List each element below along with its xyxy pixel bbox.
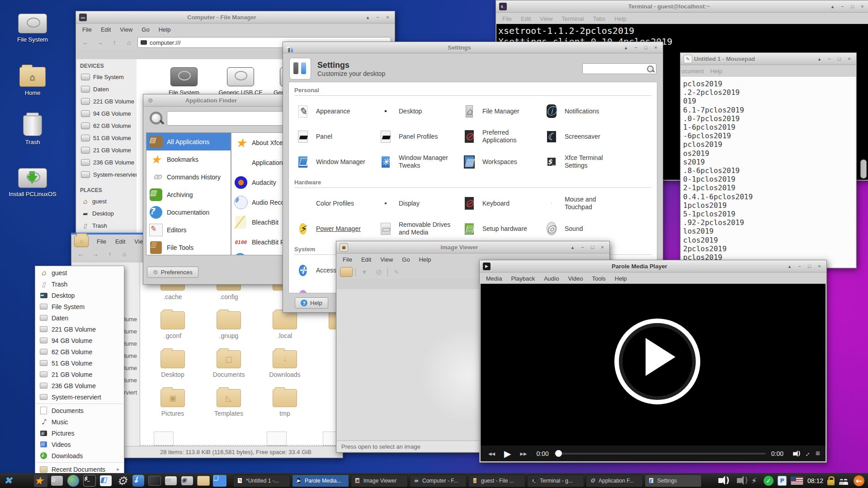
cancel-icon[interactable]: ⊘ [373,267,385,277]
clipboard-manager-icon[interactable]: P [778,476,787,486]
settings-item[interactable]: ✳ Window Manager Tweaks [377,149,461,174]
taskbar-launcher-icon[interactable]: $_ [83,474,96,487]
places-menu-item[interactable]: ▣ Pictures [35,427,124,439]
category-item[interactable]: ☰ File Tools [146,239,231,255]
sidebar-device-item[interactable]: System-reserviert [76,169,137,181]
minimize-button[interactable]: − [797,263,802,270]
close-button[interactable]: × [385,14,391,21]
settings-item[interactable]: ❏ Window Manager [294,149,377,174]
fullscreen-icon[interactable]: ↔ [800,446,814,460]
shade-button[interactable]: ▴ [830,3,835,10]
shade-button[interactable]: ▴ [787,263,793,270]
volume-muted-icon[interactable] [734,475,745,486]
settings-search-input[interactable] [582,63,656,74]
play-icon[interactable] [646,338,675,376]
close-button[interactable]: × [816,263,822,270]
taskbar-window-button[interactable]: ⌂ guest - File ... [468,474,525,487]
taskbar-launcher-icon[interactable] [66,474,80,487]
sidebar-device-item[interactable]: 21 GB Volume [76,144,137,156]
forward-icon[interactable]: → [90,249,101,259]
places-menu-item[interactable]: ▭ 94 GB Volume [35,335,124,346]
category-item[interactable]: ★ Bookmarks [146,150,231,168]
folder-item[interactable]: .gconf [145,310,201,349]
sidebar-device-item[interactable]: 94 GB Volume [76,108,137,120]
maximize-button[interactable]: □ [807,263,812,270]
category-item[interactable]: ▤ All Applications [146,133,231,150]
settings-item[interactable]: ⊘ Keyboard [461,191,543,216]
taskbar-window-button[interactable]: $_ Terminal - g... [527,474,584,487]
taskbar-launcher-icon[interactable]: ⚙ [115,474,129,487]
parole-titlebar[interactable]: ▶ Parole Media Player ▴ − □ × [480,260,826,272]
folder-item[interactable]: ▣ Pictures [145,388,201,427]
maximize-button[interactable]: □ [590,244,595,251]
close-button[interactable]: × [599,244,605,251]
home-icon[interactable]: ⌂ [123,38,135,47]
taskbar-launcher-icon[interactable]: ★ [34,474,47,487]
menu-item[interactable]: ocument [680,66,709,76]
sidebar-device-item[interactable]: 51 GB Volume [76,132,137,144]
settings-item[interactable]: ✎ Appearance [294,99,377,124]
settings-item[interactable]: ▭ Removable Drives and Media [377,216,461,241]
menu-item[interactable]: Help [415,254,436,265]
shade-button[interactable]: ▴ [365,14,371,21]
taskbar-window-button[interactable]: ▬ Computer - F... [410,474,467,487]
desktop-icon-trash[interactable]: Trash [5,115,60,145]
taskbar-window-button[interactable]: ▶ Parole Media... [292,474,349,487]
rewind-button[interactable]: ◂◂ [484,448,499,460]
folder-item[interactable]: ↓ Downloads [257,349,313,388]
menu-item[interactable]: Edit [516,14,535,24]
menu-item[interactable]: Terminal [557,14,588,24]
places-menu-item[interactable]: ▭ System-reserviert [35,391,124,403]
minimize-button[interactable]: − [580,244,585,251]
volume-icon[interactable] [715,475,726,486]
back-icon[interactable]: ← [75,249,87,259]
preferences-button[interactable]: ⚙Preferences [147,267,198,278]
taskbar-launcher-icon[interactable]: ⌂ [50,474,64,487]
up-icon[interactable]: ↑ [104,249,116,259]
menu-item[interactable]: File [78,24,96,35]
back-icon[interactable]: ← [80,38,91,47]
places-menu-item[interactable]: ▭ 221 GB Volume [35,324,124,335]
update-check-icon[interactable]: ✓ [764,476,774,486]
menu-item[interactable]: View [535,14,557,24]
power-plug-icon[interactable]: ⚡ [749,475,760,486]
folder-item[interactable]: Desktop [145,349,201,388]
menu-item[interactable]: Edit [111,236,130,247]
menu-item[interactable]: View [376,254,397,265]
settings-item[interactable]: ⚡ Power Manager [294,216,377,241]
shade-button[interactable]: ▴ [570,244,576,251]
folder-item[interactable]: tmp [257,388,313,427]
sidebar-place-item[interactable]: ⌂guest [76,195,137,207]
category-item[interactable]: ⚙⚙ Commands History [146,168,231,186]
save-icon[interactable]: ▼ [359,267,370,277]
sidebar-device-item[interactable]: Daten [76,83,137,95]
terminal-scrollbar[interactable] [860,160,867,178]
menu-item[interactable]: View [115,24,137,35]
places-menu-item[interactable]: ▭ 236 GB Volume [35,380,124,391]
minimize-button[interactable]: − [633,44,639,51]
places-menu-item[interactable]: ▭ 21 GB Volume [35,369,124,380]
places-menu-item[interactable]: ▬ Desktop [35,290,124,301]
sidebar-place-item[interactable]: ▬Desktop [76,207,137,220]
settings-item[interactable]: $_ Xfce Terminal Settings [543,149,651,174]
menu-item[interactable]: File [92,236,111,247]
settings-item[interactable]: ⌂ File Manager [461,99,543,124]
taskbar-window-button[interactable]: ⚙ Application F... [586,474,643,487]
settings-item[interactable]: ▬ Panel Profiles [377,124,461,149]
taskbar-launcher-icon[interactable] [18,474,31,487]
maximize-button[interactable]: □ [849,3,855,10]
taskbar-window-button[interactable]: ▣ Image Viewer [351,474,408,487]
close-button[interactable]: × [859,3,865,10]
users-icon[interactable] [839,477,849,485]
places-menu-item[interactable]: ↓ Downloads [35,450,124,461]
settings-item[interactable]: ▦ Workspaces [461,149,543,174]
seek-slider[interactable] [554,453,766,455]
places-menu-item[interactable]: ♪ Music [35,416,124,427]
taskbar-launcher-icon[interactable]: ✖ [1,474,15,487]
minimize-button[interactable]: − [375,14,381,21]
parole-video-area[interactable] [481,284,826,446]
forward-button[interactable]: ▸▸ [516,448,531,460]
category-item[interactable]: ▥ Archiving [146,186,231,203]
taskbar-launcher-icon[interactable]: ❏ [213,474,226,487]
play-button[interactable]: ▶ [500,446,515,461]
